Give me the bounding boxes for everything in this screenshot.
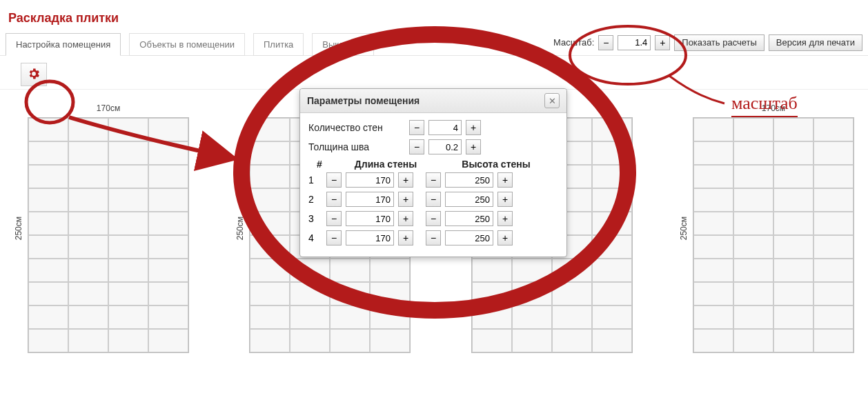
wall-count-input[interactable] — [428, 120, 462, 135]
len-input[interactable] — [346, 230, 394, 245]
h-input[interactable] — [445, 211, 493, 226]
h-minus[interactable]: − — [426, 192, 441, 207]
dialog-header[interactable]: Параметры помещения ✕ — [300, 89, 566, 113]
h-plus[interactable]: + — [497, 172, 513, 188]
col-height: Высота стены — [441, 159, 551, 170]
len-plus[interactable]: + — [398, 211, 413, 226]
len-input[interactable] — [346, 211, 394, 226]
dialog-title: Параметры помещения — [307, 95, 420, 106]
toolbar-right: Масштаб: − + Показать расчеты Версия для… — [553, 34, 862, 54]
gear-icon — [27, 67, 41, 83]
h-input[interactable] — [445, 172, 493, 188]
h-minus[interactable]: − — [426, 172, 441, 188]
wall-row: 1−+−+ — [308, 172, 558, 188]
scale-input[interactable] — [618, 35, 651, 50]
wall-count-label: Количество стен — [308, 122, 405, 133]
wall-count-minus[interactable]: − — [409, 120, 424, 135]
dialog-close-button[interactable]: ✕ — [544, 93, 560, 108]
tabs: Настройка помещения Объекты в помещении … — [6, 32, 374, 55]
page-title: Раскладка плитки — [0, 0, 868, 32]
h-minus[interactable]: − — [426, 211, 441, 226]
print-version-button[interactable]: Версия для печати — [769, 34, 862, 51]
tile-grid[interactable] — [693, 117, 854, 353]
len-input[interactable] — [346, 172, 394, 188]
dialog-body: Количество стен − + Толщина шва − + # Дл… — [300, 113, 566, 257]
len-plus[interactable]: + — [398, 192, 413, 207]
tab-objects[interactable]: Объекты в помещении — [129, 33, 245, 56]
len-plus[interactable]: + — [398, 230, 413, 245]
seam-input[interactable] — [428, 139, 462, 154]
close-icon: ✕ — [549, 96, 556, 106]
wall-height-label: 250см — [235, 217, 245, 240]
seam-plus[interactable]: + — [466, 139, 481, 154]
wall-width-label: 170см — [97, 103, 120, 113]
wall-row: 3−+−+ — [308, 211, 558, 226]
tab-room-settings[interactable]: Настройка помещения — [6, 33, 121, 56]
show-calc-button[interactable]: Показать расчеты — [674, 34, 765, 51]
len-minus[interactable]: − — [326, 192, 342, 207]
wall-4: 250см 170см — [679, 103, 854, 353]
len-plus[interactable]: + — [398, 172, 413, 188]
h-plus[interactable]: + — [497, 230, 513, 245]
scale-plus-button[interactable]: + — [655, 35, 670, 50]
h-input[interactable] — [445, 230, 493, 245]
seam-label: Толщина шва — [308, 141, 405, 152]
row-num: 2 — [308, 194, 322, 205]
row-num: 3 — [308, 213, 322, 224]
room-settings-button[interactable] — [21, 63, 47, 86]
tab-layout[interactable]: Выкладка — [312, 33, 373, 56]
toolbar: Настройка помещения Объекты в помещении … — [0, 32, 868, 56]
annotation-scale-text: масштаб — [731, 93, 798, 117]
wall-row: 2−+−+ — [308, 192, 558, 207]
wall-row: 4−+−+ — [308, 230, 558, 245]
tab-tile[interactable]: Плитка — [253, 33, 304, 56]
col-length: Длина стены — [331, 159, 441, 170]
row-num: 1 — [308, 174, 322, 186]
wall-height-label: 250см — [14, 217, 23, 240]
col-num: # — [308, 159, 331, 170]
settings-row — [0, 56, 868, 90]
wall-height-label: 250см — [679, 217, 689, 240]
h-plus[interactable]: + — [497, 192, 513, 207]
tile-grid[interactable] — [28, 117, 189, 353]
wall-1: 250см 170см — [14, 103, 189, 353]
room-params-dialog: Параметры помещения ✕ Количество стен − … — [299, 88, 567, 257]
seam-minus[interactable]: − — [409, 139, 424, 154]
row-num: 4 — [308, 232, 322, 243]
len-minus[interactable]: − — [326, 211, 342, 226]
scale-label: Масштаб: — [553, 37, 594, 48]
len-minus[interactable]: − — [326, 230, 342, 245]
scale-minus-button[interactable]: − — [598, 35, 613, 50]
len-input[interactable] — [346, 192, 394, 207]
len-minus[interactable]: − — [326, 172, 342, 188]
wall-count-plus[interactable]: + — [466, 120, 481, 135]
h-input[interactable] — [445, 192, 493, 207]
h-minus[interactable]: − — [426, 230, 441, 245]
h-plus[interactable]: + — [497, 211, 513, 226]
